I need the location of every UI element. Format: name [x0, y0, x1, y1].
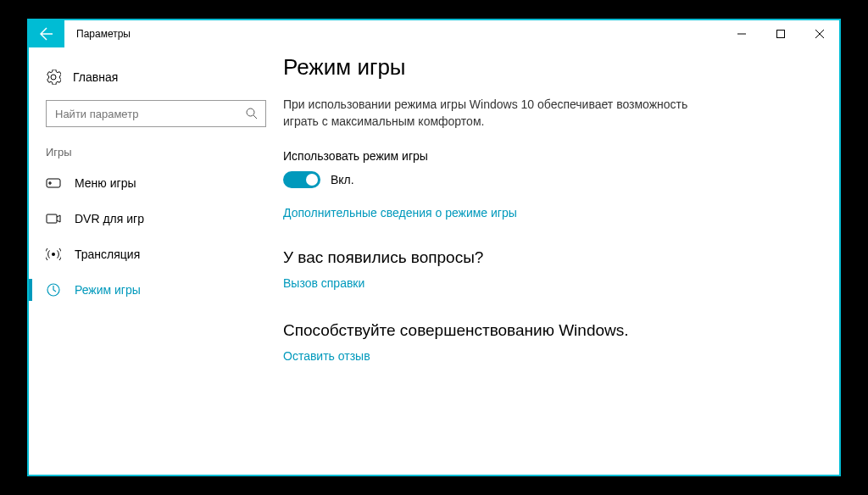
sidebar-item-game-bar[interactable]: Меню игры	[29, 165, 283, 201]
main-content: Режим игры При использовании режима игры…	[283, 47, 839, 475]
dvr-icon	[46, 211, 61, 226]
more-info-link[interactable]: Дополнительные сведения о режиме игры	[283, 206, 517, 220]
minimize-icon	[737, 30, 746, 38]
home-label: Главная	[73, 70, 118, 84]
sidebar-item-label: Меню игры	[75, 176, 136, 190]
window-body: Главная Игры Меню игры DVR для игр Транс…	[29, 47, 839, 475]
home-nav[interactable]: Главная	[29, 63, 283, 92]
sidebar-item-label: Режим игры	[75, 283, 141, 297]
gear-icon	[46, 70, 61, 85]
back-arrow-icon	[40, 27, 53, 41]
questions-block: У вас появились вопросы? Вызов справки	[283, 248, 805, 291]
svg-rect-3	[47, 214, 57, 223]
minimize-button[interactable]	[722, 20, 761, 47]
page-description: При использовании режима игры Windows 10…	[283, 96, 690, 131]
improve-block: Способствуйте совершенствованию Windows.…	[283, 321, 805, 364]
questions-heading: У вас появились вопросы?	[283, 248, 805, 267]
search-icon	[246, 108, 258, 120]
search-wrap	[29, 92, 283, 146]
close-button[interactable]	[800, 20, 839, 47]
game-mode-toggle[interactable]	[283, 171, 320, 188]
window-controls	[722, 20, 839, 47]
section-label: Игры	[29, 146, 283, 165]
svg-point-4	[52, 253, 55, 256]
broadcast-icon	[46, 247, 61, 262]
sidebar: Главная Игры Меню игры DVR для игр Транс…	[29, 47, 283, 475]
maximize-icon	[776, 30, 785, 38]
improve-heading: Способствуйте совершенствованию Windows.	[283, 321, 805, 340]
back-button[interactable]	[29, 20, 64, 47]
game-mode-icon	[46, 282, 61, 298]
page-title: Режим игры	[283, 54, 805, 81]
help-link[interactable]: Вызов справки	[283, 276, 364, 290]
search-input[interactable]	[46, 100, 266, 127]
toggle-state: Вкл.	[331, 173, 354, 186]
maximize-button[interactable]	[761, 20, 800, 47]
titlebar: Параметры	[29, 20, 839, 47]
sidebar-item-game-dvr[interactable]: DVR для игр	[29, 201, 283, 236]
toggle-row: Вкл.	[283, 171, 805, 188]
window-title: Параметры	[76, 28, 131, 40]
toggle-label: Использовать режим игры	[283, 149, 805, 163]
game-bar-icon	[46, 175, 61, 191]
sidebar-item-label: Трансляция	[75, 248, 140, 261]
sidebar-item-label: DVR для игр	[75, 212, 144, 225]
svg-point-1	[247, 108, 254, 116]
sidebar-item-broadcasting[interactable]: Трансляция	[29, 236, 283, 272]
svg-rect-0	[777, 31, 785, 38]
close-icon	[815, 30, 824, 38]
feedback-link[interactable]: Оставить отзыв	[283, 349, 370, 363]
sidebar-item-game-mode[interactable]: Режим игры	[29, 272, 283, 308]
settings-window: Параметры Главная	[27, 19, 841, 476]
